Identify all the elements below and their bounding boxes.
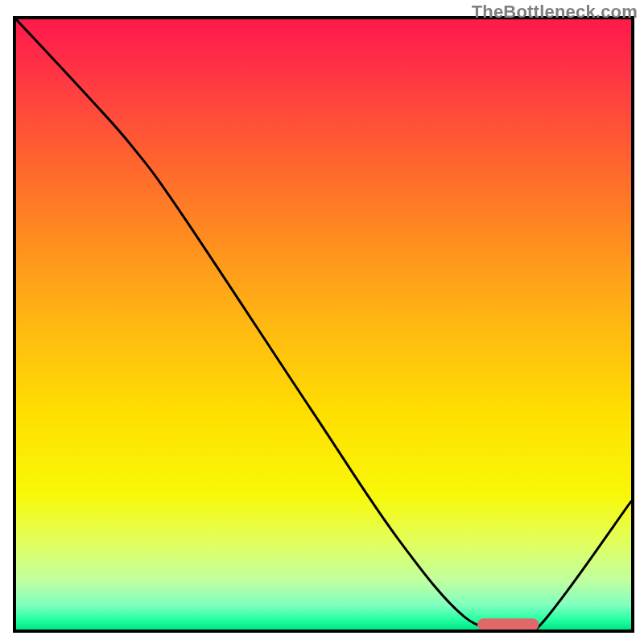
watermark-text: TheBottleneck.com xyxy=(472,2,638,23)
gradient-background xyxy=(16,19,631,630)
bottleneck-chart xyxy=(0,0,644,644)
optimal-range-marker xyxy=(477,618,539,630)
chart-container: TheBottleneck.com xyxy=(0,0,644,644)
